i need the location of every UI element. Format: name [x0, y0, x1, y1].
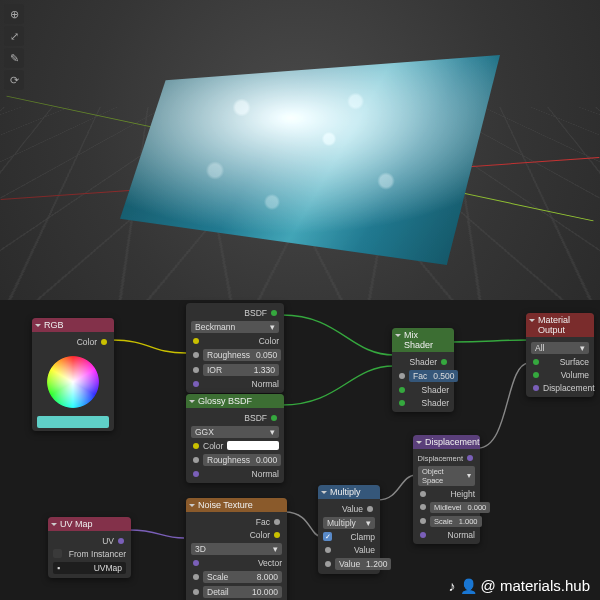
socket-fac-in[interactable] — [399, 373, 405, 379]
output-shader-label: Shader — [410, 357, 437, 367]
from-instancer-checkbox[interactable] — [53, 549, 62, 558]
node-uv-map[interactable]: UV Map UV From Instancer ▪UVMap — [48, 517, 131, 578]
space-select[interactable]: Object Space▾ — [418, 466, 475, 486]
output-disp-label: Displacement — [418, 454, 463, 463]
input-normal-label: Normal — [252, 379, 279, 389]
socket-normal-in[interactable] — [420, 532, 426, 538]
socket-bsdf-out[interactable] — [271, 310, 277, 316]
socket-color-out[interactable] — [274, 532, 280, 538]
target-select[interactable]: All▾ — [531, 342, 589, 354]
detail-field[interactable]: Detail10.000 — [203, 586, 282, 598]
roughness-field[interactable]: Roughness0.000 — [203, 454, 281, 466]
socket-value2-in[interactable] — [325, 561, 331, 567]
node-math-multiply[interactable]: Multiply Value Multiply▾ ✓Clamp Value Va… — [318, 485, 380, 574]
roughness-field[interactable]: Roughness0.050 — [203, 349, 281, 361]
socket-roughness-in[interactable] — [193, 457, 199, 463]
node-rgb[interactable]: RGB Color — [32, 318, 114, 431]
socket-value1-in[interactable] — [325, 547, 331, 553]
tiktok-icon: ♪ — [449, 578, 456, 594]
user-icon: 👤 — [460, 578, 477, 594]
color-swatch[interactable] — [227, 441, 279, 450]
midlevel-field[interactable]: Midlevel0.000 — [430, 502, 490, 513]
node-glass-bsdf[interactable]: BSDF Beckmann▾ Color Roughness0.050 IOR1… — [186, 303, 284, 393]
input-vector-label: Vector — [258, 558, 282, 568]
tool-rotate-icon[interactable]: ⟳ — [4, 70, 24, 90]
handle-text: @ materials.hub — [481, 577, 590, 594]
input-normal-label: Normal — [448, 530, 475, 540]
socket-normal-in[interactable] — [193, 471, 199, 477]
tool-annotate-icon[interactable]: ✎ — [4, 48, 24, 68]
node-displacement[interactable]: Displacement Displacement Object Space▾ … — [413, 435, 480, 544]
node-material-output[interactable]: Material Output All▾ Surface Volume Disp… — [526, 313, 594, 397]
node-header[interactable]: Material Output — [526, 313, 594, 337]
scale-field[interactable]: Scale1.000 — [430, 516, 482, 527]
socket-value-out[interactable] — [367, 506, 373, 512]
node-mix-shader[interactable]: Mix Shader Shader Fac0.500 Shader Shader — [392, 328, 454, 412]
socket-vector-in[interactable] — [193, 560, 199, 566]
scale-field[interactable]: Scale8.000 — [203, 571, 282, 583]
watermark: ♪ 👤 @ materials.hub — [449, 577, 590, 594]
input-normal-label: Normal — [252, 469, 279, 479]
socket-scale-in[interactable] — [420, 518, 426, 524]
distribution-select[interactable]: GGX▾ — [191, 426, 279, 438]
input-displacement-label: Displacement — [543, 383, 595, 393]
tool-cursor-icon[interactable]: ⊕ — [4, 4, 24, 24]
viewport-3d[interactable]: ⊕ ⤢ ✎ ⟳ — [0, 0, 600, 300]
socket-ior-in[interactable] — [193, 367, 199, 373]
socket-color-in[interactable] — [193, 443, 199, 449]
socket-shader2-in[interactable] — [399, 400, 405, 406]
shader-node-editor[interactable]: RGB Color BSDF Beckmann▾ Color Roughness… — [0, 300, 600, 600]
input-shader-label: Shader — [422, 398, 449, 408]
operation-select[interactable]: Multiply▾ — [323, 517, 375, 529]
output-uv-label: UV — [102, 536, 114, 546]
socket-color-out[interactable] — [101, 339, 107, 345]
input-surface-label: Surface — [560, 357, 589, 367]
dimensions-select[interactable]: 3D▾ — [191, 543, 282, 555]
distribution-select[interactable]: Beckmann▾ — [191, 321, 279, 333]
socket-roughness-in[interactable] — [193, 352, 199, 358]
clamp-label: Clamp — [350, 532, 375, 542]
input-color-label: Color — [203, 441, 223, 451]
input-height-label: Height — [450, 489, 475, 499]
socket-surface-in[interactable] — [533, 359, 539, 365]
node-header[interactable]: UV Map — [48, 517, 131, 531]
node-header[interactable]: Glossy BSDF — [186, 394, 284, 408]
socket-fac-out[interactable] — [274, 519, 280, 525]
output-color-label: Color — [77, 337, 97, 347]
node-glossy-bsdf[interactable]: Glossy BSDF BSDF GGX▾ Color Roughness0.0… — [186, 394, 284, 483]
socket-shader1-in[interactable] — [399, 387, 405, 393]
socket-height-in[interactable] — [420, 491, 426, 497]
ior-field[interactable]: IOR1.330 — [203, 364, 279, 376]
viewport-toolbar: ⊕ ⤢ ✎ ⟳ — [4, 4, 24, 90]
socket-disp-out[interactable] — [467, 455, 473, 461]
value2-field[interactable]: Value1.200 — [335, 558, 391, 570]
output-fac-label: Fac — [256, 517, 270, 527]
node-header[interactable]: Noise Texture — [186, 498, 287, 512]
clamp-checkbox[interactable]: ✓ — [323, 532, 332, 541]
socket-volume-in[interactable] — [533, 372, 539, 378]
color-swatch[interactable] — [37, 416, 109, 428]
uvmap-select[interactable]: ▪UVMap — [53, 562, 126, 574]
socket-uv-out[interactable] — [118, 538, 124, 544]
socket-midlevel-in[interactable] — [420, 504, 426, 510]
node-header[interactable]: RGB — [32, 318, 114, 332]
fac-field[interactable]: Fac0.500 — [409, 370, 458, 382]
output-bsdf-label: BSDF — [244, 413, 267, 423]
socket-color-in[interactable] — [193, 338, 199, 344]
node-header[interactable]: Displacement — [413, 435, 480, 449]
node-header[interactable]: Multiply — [318, 485, 380, 499]
socket-normal-in[interactable] — [193, 381, 199, 387]
input-shader-label: Shader — [422, 385, 449, 395]
socket-scale-in[interactable] — [193, 574, 199, 580]
socket-bsdf-out[interactable] — [271, 415, 277, 421]
color-wheel[interactable] — [42, 351, 104, 413]
node-noise-texture[interactable]: Noise Texture Fac Color 3D▾ Vector Scale… — [186, 498, 287, 600]
output-color-label: Color — [250, 530, 270, 540]
tool-move-icon[interactable]: ⤢ — [4, 26, 24, 46]
input-color-label: Color — [259, 336, 279, 346]
socket-displacement-in[interactable] — [533, 385, 539, 391]
socket-shader-out[interactable] — [441, 359, 447, 365]
output-value-label: Value — [342, 504, 363, 514]
socket-detail-in[interactable] — [193, 589, 199, 595]
node-header[interactable]: Mix Shader — [392, 328, 454, 352]
